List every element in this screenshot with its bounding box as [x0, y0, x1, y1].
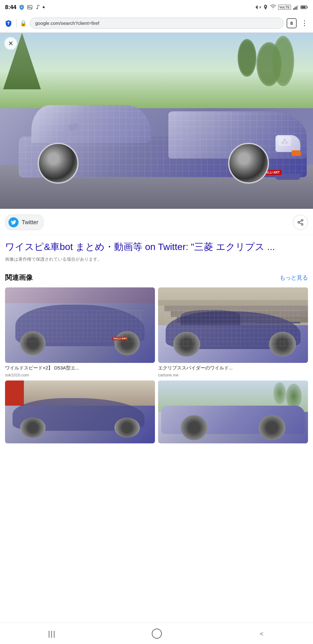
status-left: 8:44 — [5, 4, 45, 11]
related-title: 関連画像 — [5, 273, 33, 282]
related-caption-2: エクリプススパイダーのワイルド... — [158, 365, 308, 371]
signal-icon — [293, 4, 299, 10]
thumb-img-1: RALLI ART — [5, 287, 155, 363]
related-item-3[interactable] — [5, 380, 155, 445]
page-title[interactable]: ワイスピ&車bot まとめ・動画等 on Twitter: "三菱 エクリプス … — [5, 241, 308, 253]
location-icon — [263, 4, 268, 10]
car-upper — [31, 105, 151, 143]
mute-icon — [255, 4, 261, 10]
security-shield-icon — [19, 4, 25, 10]
related-img-4 — [158, 380, 308, 443]
menu-lines-icon: ||| — [48, 629, 56, 638]
thumb-img-3 — [5, 380, 155, 443]
lock-icon: 🔒 — [20, 20, 27, 27]
url-text: google.com/search?client=firef — [35, 20, 99, 26]
related-img-3 — [5, 380, 155, 443]
svg-point-14 — [298, 221, 300, 223]
image-icon — [27, 4, 33, 10]
grid-pattern-upper — [31, 105, 151, 143]
bottom-nav: ||| ＜ — [0, 623, 313, 644]
related-item-1[interactable]: RALLI ART ワイルドスピード×2】 D53A型エ... ssk1010.… — [5, 287, 155, 378]
related-grid: RALLI ART ワイルドスピード×2】 D53A型エ... ssk1010.… — [5, 287, 308, 446]
svg-point-15 — [301, 224, 303, 225]
svg-point-13 — [301, 219, 303, 221]
thumb-img-4 — [158, 380, 308, 443]
share-button[interactable] — [293, 215, 308, 230]
svg-rect-6 — [293, 8, 294, 10]
url-bar[interactable]: google.com/search?client=firef — [30, 18, 283, 29]
wheel-right — [228, 143, 269, 184]
dot-indicator — [43, 6, 45, 8]
wheel-left — [38, 143, 79, 184]
svg-rect-7 — [294, 7, 295, 10]
related-caption-1: ワイルドスピード×2】 D53A型エ... — [5, 365, 155, 371]
status-bar: 8:44 VoLTE — [0, 0, 313, 14]
time-display: 8:44 — [5, 4, 16, 11]
wifi-icon — [270, 4, 276, 10]
related-source-1: ssk1010.com — [5, 373, 155, 377]
source-badge[interactable]: Twitter — [5, 214, 44, 230]
svg-rect-9 — [297, 5, 298, 10]
svg-rect-12 — [301, 6, 306, 8]
home-circle-icon — [152, 629, 162, 639]
tree-3 — [272, 36, 294, 86]
turn-signal — [292, 150, 301, 156]
svg-rect-8 — [296, 6, 297, 10]
main-image: RALLI ART ✕ — [0, 33, 313, 209]
related-item-4[interactable] — [158, 380, 308, 445]
source-section: Twitter — [0, 209, 313, 235]
svg-point-5 — [265, 6, 266, 7]
volte-badge: VoLTE — [278, 5, 291, 10]
more-link[interactable]: もっと見る — [280, 274, 308, 281]
back-chevron-icon: ＜ — [258, 629, 265, 638]
divider — [16, 19, 17, 28]
related-item-2[interactable]: エクリプススパイダーのワイルド... cartune.me — [158, 287, 308, 378]
home-nav-button[interactable] — [142, 625, 171, 642]
back-nav-button[interactable]: ＜ — [249, 626, 274, 641]
music-icon — [35, 4, 40, 10]
mitsubishi-logo — [278, 136, 291, 146]
battery-icon — [300, 5, 308, 9]
tree-2 — [238, 39, 256, 77]
svg-line-17 — [299, 221, 301, 222]
tab-count[interactable]: 8 — [287, 18, 297, 28]
related-section: 関連画像 もっと見る RALLI ART — [0, 265, 313, 449]
related-header: 関連画像 もっと見る — [5, 273, 308, 282]
svg-point-2 — [36, 8, 38, 9]
car-container: RALLI ART — [13, 86, 310, 184]
address-bar: 🔒 google.com/search?client=firef 8 ⋮ — [0, 14, 313, 33]
status-right: VoLTE — [255, 4, 308, 10]
menu-button[interactable]: ⋮ — [300, 18, 309, 29]
svg-rect-11 — [307, 7, 308, 8]
title-section: ワイスピ&車bot まとめ・動画等 on Twitter: "三菱 エクリプス … — [0, 235, 313, 265]
close-button[interactable]: ✕ — [4, 37, 17, 50]
bitwarden-shield-icon[interactable] — [4, 19, 13, 28]
copyright-note: 画像は著作権で保護されている場合があります。 — [5, 257, 308, 262]
related-source-2: cartune.me — [158, 373, 308, 377]
related-img-2 — [158, 287, 308, 363]
svg-line-16 — [299, 223, 301, 224]
thumb-img-2 — [158, 287, 308, 363]
close-icon: ✕ — [8, 40, 14, 47]
twitter-icon — [8, 217, 19, 227]
menu-nav-button[interactable]: ||| — [39, 626, 65, 641]
related-img-1: RALLI ART — [5, 287, 155, 363]
source-name-text: Twitter — [22, 219, 38, 226]
share-icon — [297, 219, 304, 226]
